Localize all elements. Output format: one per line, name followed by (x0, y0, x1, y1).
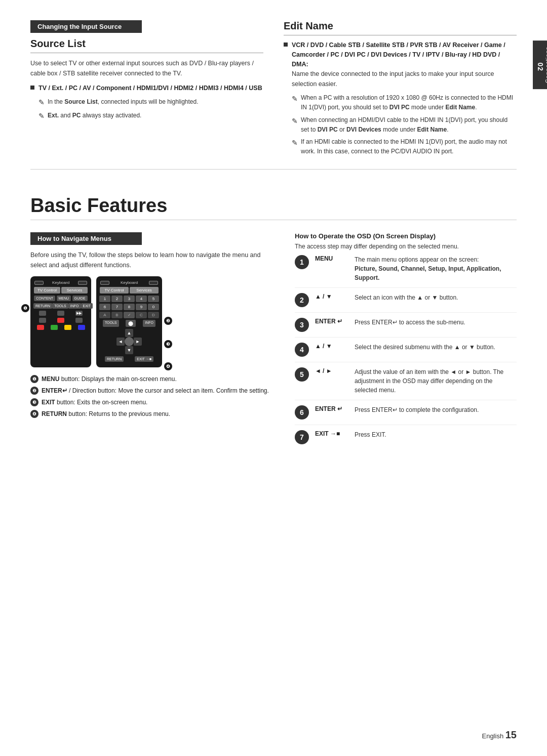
list-item-2: ❷ ENTER↵ / Direction button: Move the cu… (30, 386, 275, 395)
osd-key-7: EXIT →■ (315, 430, 350, 437)
list-num-1: ❶ (30, 375, 38, 383)
bottom-left: How to Navigate Menus Before using the T… (30, 232, 275, 454)
edit-name-note3-text: If an HDMI cable is connected to the HDM… (301, 137, 517, 156)
source-list-note2-text: Ext. and PC always stay activated. (48, 111, 141, 120)
remote-img-area: ❶ Keyboard TV Control Services (30, 276, 275, 367)
marker-3: ❸ (164, 340, 172, 348)
how-navigate-header: How to Navigate Menus (30, 232, 142, 245)
tab-label: Connections (544, 47, 547, 83)
osd-row-2: 2 ▲ / ▼ Select an icon with the ▲ or ▼ b… (295, 293, 517, 313)
edit-name-sub: Name the device connected to the input j… (292, 70, 494, 88)
source-list-body: Use to select TV or other external input… (30, 58, 263, 78)
list-num-3: ❸ (30, 398, 38, 406)
osd-subtitle: The access step may differ depending on … (295, 243, 517, 250)
footer-page: 15 (505, 729, 517, 740)
right-col: Edit Name VCR / DVD / Cable STB / Satell… (284, 20, 517, 159)
osd-desc-2: Select an icon with the ▲ or ▼ button. (355, 293, 517, 302)
source-list-bullet-text: TV / Ext. / PC / AV / Component / HDMI1/… (38, 83, 262, 93)
osd-row-6: 6 ENTER ↵ Press ENTER↵ to complete the c… (295, 405, 517, 425)
osd-num-2: 2 (295, 293, 309, 307)
osd-num-6: 6 (295, 405, 309, 419)
osd-desc-4: Select the desired submenu with the ▲ or… (355, 343, 517, 352)
osd-title: How to Operate the OSD (On Screen Displa… (295, 232, 517, 240)
list-item-4: ❹ RETURN button: Returns to the previous… (30, 409, 275, 418)
list-item-3-text: EXIT button: Exits the on-screen menu. (42, 398, 147, 407)
edit-name-note3: ✎ If an HDMI cable is connected to the H… (292, 137, 517, 156)
osd-key-1: MENU (315, 255, 350, 262)
list-item-4-text: RETURN button: Returns to the previous m… (42, 409, 170, 418)
edit-note-pencil2: ✎ (292, 115, 298, 127)
osd-key-6: ENTER ↵ (315, 405, 350, 412)
osd-key-2: ▲ / ▼ (315, 293, 350, 300)
page-container: 02 Connections Changing the Input Source… (0, 0, 547, 756)
osd-row-5: 5 ◄ / ► Adjust the value of an item with… (295, 367, 517, 400)
bottom-section: How to Navigate Menus Before using the T… (30, 232, 517, 454)
side-tab: 02 Connections (533, 40, 547, 89)
tab-number: 02 (536, 62, 544, 71)
edit-note-pencil1: ✎ (292, 93, 298, 104)
osd-row-3: 3 ENTER ↵ Press ENTER↵ to access the sub… (295, 318, 517, 338)
source-list-note1: ✎ In the Source List, connected inputs w… (38, 97, 263, 108)
osd-num-7: 7 (295, 430, 309, 444)
edit-bullet-icon (284, 43, 288, 47)
osd-row-4: 4 ▲ / ▼ Select the desired submenu with … (295, 343, 517, 362)
marker-1: ❶ (21, 304, 29, 312)
osd-key-5: ◄ / ► (315, 367, 350, 374)
list-item-1-text: MENU button: Displays the main on-screen… (42, 374, 177, 384)
bottom-right: How to Operate the OSD (On Screen Displa… (295, 232, 517, 454)
source-list-title: Source List (30, 38, 263, 53)
list-item-2-text: ENTER↵ / Direction button: Move the curs… (42, 386, 269, 395)
footer-lang: English (482, 732, 503, 740)
changing-input-header: Changing the Input Source (30, 20, 142, 33)
osd-row-7: 7 EXIT →■ Press EXIT. (295, 430, 517, 449)
edit-name-bullet-text: VCR / DVD / Cable STB / Satellite STB / … (292, 41, 505, 68)
bullet-icon (30, 86, 34, 90)
osd-key-4: ▲ / ▼ (315, 343, 350, 350)
page-footer: English 15 (482, 729, 517, 741)
basic-features-title: Basic Features (30, 195, 517, 220)
edit-name-note2: ✎ When connecting an HDMI/DVI cable to t… (292, 115, 517, 135)
note-pencil-icon1: ✎ (38, 97, 45, 108)
edit-name-note2-text: When connecting an HDMI/DVI cable to the… (301, 115, 517, 135)
note-pencil-icon2: ✎ (38, 111, 45, 121)
numbered-list: ❶ MENU button: Displays the main on-scre… (30, 374, 275, 418)
osd-desc-6: Press ENTER↵ to complete the configurati… (355, 405, 517, 414)
osd-desc-7: Press EXIT. (355, 430, 517, 439)
marker-4: ❹ (164, 362, 172, 370)
list-item-3: ❸ EXIT button: Exits the on-screen menu. (30, 398, 275, 407)
osd-num-5: 5 (295, 367, 309, 382)
osd-desc-1: The main menu options appear on the scre… (355, 255, 517, 282)
remote-control-2: Keyboard TV Control Services 12345 678 (96, 276, 162, 367)
edit-name-note1: ✎ When a PC with a resolution of 1920 x … (292, 93, 517, 112)
top-section: Changing the Input Source Source List Us… (30, 20, 517, 170)
osd-key-3: ENTER ↵ (315, 318, 350, 325)
remote-control-1: Keyboard TV Control Services CONTENT MEN… (30, 276, 91, 367)
list-num-4: ❹ (30, 410, 38, 418)
osd-row-1: 1 MENU The main menu options appear on t… (295, 255, 517, 288)
navigate-body-text: Before using the TV, follow the steps be… (30, 250, 275, 270)
list-item-1: ❶ MENU button: Displays the main on-scre… (30, 374, 275, 384)
osd-num-3: 3 (295, 318, 309, 332)
edit-note-pencil3: ✎ (292, 137, 298, 148)
source-list-note1-text: In the Source List, connected inputs wil… (48, 97, 199, 106)
edit-name-bullet: VCR / DVD / Cable STB / Satellite STB / … (284, 40, 517, 89)
list-num-2: ❷ (30, 387, 38, 395)
osd-num-1: 1 (295, 255, 309, 269)
source-list-bullet: TV / Ext. / PC / AV / Component / HDMI1/… (30, 83, 263, 93)
edit-name-note1-text: When a PC with a resolution of 1920 x 10… (301, 93, 517, 112)
left-col: Changing the Input Source Source List Us… (30, 20, 263, 159)
osd-desc-5: Adjust the value of an item with the ◄ o… (355, 367, 517, 395)
source-list-note2: ✎ Ext. and PC always stay activated. (38, 111, 263, 121)
marker-2: ❷ (164, 317, 172, 325)
edit-name-title: Edit Name (284, 20, 517, 35)
osd-desc-3: Press ENTER↵ to access the sub-menu. (355, 318, 517, 327)
osd-num-4: 4 (295, 343, 309, 357)
